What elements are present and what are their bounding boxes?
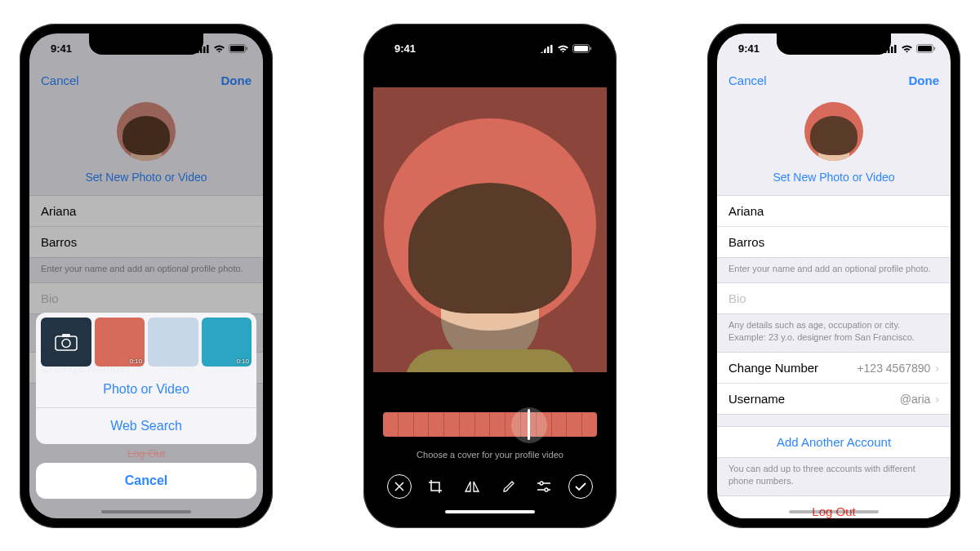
svg-rect-16 [590, 47, 592, 51]
svg-point-8 [62, 339, 70, 347]
set-photo-link[interactable]: Set New Photo or Video [773, 171, 894, 184]
cover-hint: Choose a cover for your profile video [373, 450, 607, 460]
svg-rect-22 [891, 47, 893, 53]
home-indicator [101, 510, 191, 513]
last-name-field[interactable]: Barros [717, 227, 951, 257]
svg-rect-7 [56, 336, 77, 350]
svg-rect-17 [431, 482, 439, 491]
profile-avatar[interactable] [804, 102, 863, 161]
video-preview[interactable] [373, 64, 607, 396]
nav-bar: Cancel Done [717, 64, 951, 97]
status-time: 9:41 [394, 42, 416, 55]
bio-hint: Any details such as age, occupation or c… [717, 314, 951, 352]
crop-circle[interactable] [384, 118, 596, 331]
battery-icon [572, 44, 592, 53]
phone-mockup-2: 9:41 Choose a cover for your profile vid… [363, 24, 617, 528]
svg-rect-5 [230, 46, 244, 51]
svg-rect-26 [934, 47, 936, 51]
wifi-icon [901, 44, 913, 53]
bio-field[interactable]: Bio [717, 283, 951, 313]
camera-icon [55, 333, 78, 351]
chevron-right-icon: › [935, 393, 939, 406]
svg-rect-23 [894, 45, 897, 53]
confirm-button[interactable] [568, 474, 593, 499]
svg-rect-15 [574, 46, 588, 51]
media-thumb[interactable] [148, 318, 198, 367]
logout-obscured: Log Out [36, 447, 256, 460]
notch [89, 33, 203, 55]
status-time: 9:41 [738, 42, 760, 55]
add-account-hint: You can add up to three accounts with di… [717, 458, 951, 495]
photo-or-video-option[interactable]: Photo or Video [36, 371, 256, 407]
action-sheet: 0:10 0:10 Photo or Video Web Search [36, 313, 256, 444]
svg-rect-13 [550, 45, 553, 53]
chevron-right-icon: › [935, 362, 939, 375]
web-search-option[interactable]: Web Search [36, 407, 256, 444]
flip-icon[interactable] [460, 474, 484, 499]
battery-icon [229, 44, 248, 53]
sheet-cancel-button[interactable]: Cancel [36, 463, 256, 499]
crop-icon[interactable] [423, 474, 448, 499]
done-button[interactable]: Done [909, 73, 940, 87]
video-scrubber[interactable] [383, 412, 597, 437]
notch [777, 33, 891, 55]
cancel-button[interactable]: Cancel [728, 73, 767, 87]
add-account-button[interactable]: Add Another Account [717, 427, 951, 457]
svg-rect-12 [547, 47, 550, 53]
svg-rect-6 [247, 47, 248, 51]
adjust-icon[interactable] [532, 474, 556, 499]
close-button[interactable] [387, 474, 412, 499]
photo-thumbnails: 0:10 0:10 [36, 313, 256, 371]
home-indicator [445, 510, 535, 513]
svg-point-18 [540, 482, 543, 485]
media-thumb[interactable]: 0:10 [202, 318, 252, 367]
camera-thumb[interactable] [41, 318, 91, 367]
editor-toolbar [373, 474, 607, 499]
media-thumb[interactable]: 0:10 [95, 318, 145, 367]
wifi-icon [557, 44, 569, 53]
svg-rect-9 [62, 334, 70, 337]
phone-mockup-1: 9:41 Cancel Done Set New Photo or Video … [20, 24, 273, 528]
brush-icon[interactable] [496, 474, 520, 499]
scrubber-playhead[interactable] [528, 409, 530, 440]
svg-rect-2 [203, 47, 206, 53]
name-hint: Enter your name and add an optional prof… [717, 258, 951, 283]
svg-rect-25 [918, 46, 932, 51]
svg-point-19 [545, 488, 548, 491]
notch [433, 33, 547, 55]
change-number-row[interactable]: Change Number +123 4567890› [717, 353, 951, 384]
phone-mockup-3: 9:41 Cancel Done Set New Photo or Video … [707, 24, 960, 528]
wifi-icon [213, 44, 225, 53]
username-row[interactable]: Username @aria› [717, 384, 951, 414]
logout-button[interactable]: Log Out [717, 496, 951, 518]
status-time: 9:41 [51, 42, 72, 55]
battery-icon [916, 44, 936, 53]
svg-rect-3 [207, 45, 209, 53]
first-name-field[interactable]: Ariana [717, 196, 951, 227]
home-indicator [789, 510, 879, 513]
action-sheet-overlay[interactable]: 0:10 0:10 Photo or Video Web Search Log … [29, 33, 263, 518]
